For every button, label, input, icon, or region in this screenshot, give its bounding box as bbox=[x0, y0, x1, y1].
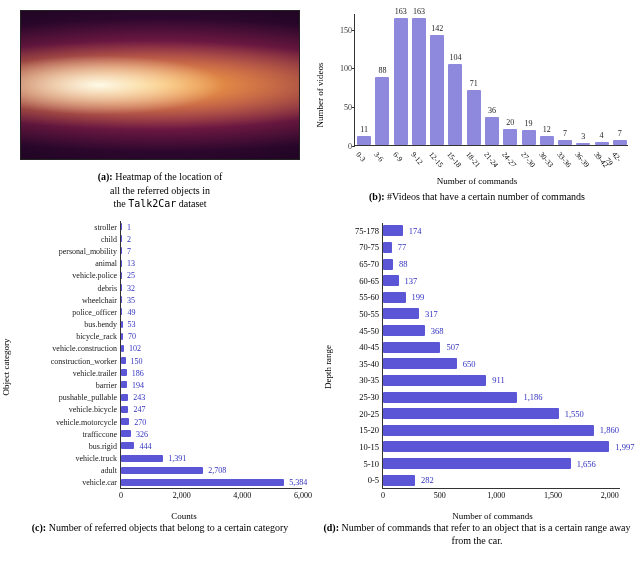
chart-c-bar bbox=[121, 467, 203, 474]
caption-b-text: #Videos that have a certain number of co… bbox=[387, 191, 585, 202]
chart-b-value: 36 bbox=[488, 106, 496, 115]
chart-b-category: 27-30 bbox=[519, 150, 537, 169]
chart-d-category: 25-30 bbox=[359, 392, 383, 402]
chart-b-bar bbox=[522, 130, 536, 145]
chart-c-category: pushable_pullable bbox=[59, 393, 121, 402]
chart-b-value: 7 bbox=[618, 129, 622, 138]
chart-c-value: 25 bbox=[124, 271, 135, 280]
caption-d-text: Number of commands that refer to an obje… bbox=[342, 522, 631, 547]
chart-d-category: 30-35 bbox=[359, 375, 383, 385]
chart-d-bar bbox=[383, 308, 419, 319]
chart-c-bar bbox=[121, 345, 124, 352]
chart-c-value: 102 bbox=[126, 344, 141, 353]
chart-c-bar bbox=[121, 442, 134, 449]
chart-d-category: 20-25 bbox=[359, 409, 383, 419]
chart-b-bar bbox=[412, 18, 426, 145]
chart-b-bar bbox=[467, 90, 481, 145]
chart-b-bar bbox=[576, 143, 590, 145]
chart-c-category: vehicle.police bbox=[72, 271, 121, 280]
chart-c-category: barrier bbox=[96, 380, 121, 389]
chart-b-value: 4 bbox=[600, 131, 604, 140]
chart-b-category: 3-6 bbox=[372, 150, 385, 163]
chart-b-category: 12-15 bbox=[427, 150, 445, 169]
chart-c-bar bbox=[121, 394, 128, 401]
chart-b-value: 104 bbox=[449, 53, 461, 62]
chart-c-bar bbox=[121, 223, 122, 230]
chart-d-category: 10-15 bbox=[359, 442, 383, 452]
chart-d-xtick: 0 bbox=[381, 488, 385, 500]
chart-c-value: 186 bbox=[129, 368, 144, 377]
panel-c: Object category 02,0004,0006,000stroller… bbox=[8, 217, 312, 548]
chart-c-bar bbox=[121, 369, 127, 376]
chart-d-value: 507 bbox=[442, 342, 459, 352]
caption-a-l3b: dataset bbox=[179, 198, 207, 209]
chart-c-value: 194 bbox=[129, 380, 144, 389]
chart-c-bar bbox=[121, 455, 163, 462]
caption-b-label: (b): bbox=[369, 191, 385, 202]
chart-b-category: 24-27 bbox=[500, 150, 518, 169]
chart-c: Object category 02,0004,0006,000stroller… bbox=[10, 217, 310, 517]
chart-d-value: 1,186 bbox=[519, 392, 542, 402]
caption-b: (b): #Videos that have a certain number … bbox=[369, 190, 585, 204]
chart-d-category: 65-70 bbox=[359, 259, 383, 269]
chart-c-value: 2,708 bbox=[205, 466, 226, 475]
chart-c-bar bbox=[121, 418, 129, 425]
chart-d-bar bbox=[383, 259, 393, 270]
chart-c-bar bbox=[121, 381, 127, 388]
chart-c-xtick: 6,000 bbox=[294, 488, 312, 500]
chart-c-category: vehicle.construction bbox=[52, 344, 121, 353]
chart-c-bar bbox=[121, 430, 131, 437]
chart-c-bar bbox=[121, 333, 123, 340]
panel-d: Depth range 05001,0001,5002,00075-178174… bbox=[322, 217, 632, 548]
chart-c-bar bbox=[121, 357, 126, 364]
chart-b-value: 142 bbox=[431, 24, 443, 33]
chart-c-category: adult bbox=[101, 466, 121, 475]
chart-d-category: 75-178 bbox=[355, 226, 383, 236]
chart-d-value: 650 bbox=[459, 359, 476, 369]
chart-d-value: 1,860 bbox=[596, 425, 619, 435]
chart-d-bar bbox=[383, 458, 571, 469]
chart-d-bar bbox=[383, 408, 559, 419]
panel-b: Number of videos 050100150110-3883-61636… bbox=[322, 10, 632, 211]
chart-d-bar bbox=[383, 342, 440, 353]
chart-c-value: 444 bbox=[136, 441, 151, 450]
chart-c-value: 49 bbox=[124, 307, 135, 316]
chart-d-value: 88 bbox=[395, 259, 408, 269]
chart-b-value: 20 bbox=[506, 118, 514, 127]
chart-b-value: 163 bbox=[413, 7, 425, 16]
caption-c-text: Number of referred objects that belong t… bbox=[49, 522, 289, 533]
chart-c-category: animal bbox=[95, 259, 121, 268]
chart-c-category: stroller bbox=[94, 222, 121, 231]
chart-d-plot: 05001,0001,5002,00075-17817470-757765-70… bbox=[382, 223, 620, 489]
chart-b-bar bbox=[595, 142, 609, 145]
chart-b-value: 7 bbox=[563, 129, 567, 138]
chart-c-category: bus.bendy bbox=[84, 320, 121, 329]
chart-b-bar bbox=[503, 129, 517, 145]
chart-b-category: 15-18 bbox=[446, 150, 464, 169]
chart-b-bar bbox=[375, 77, 389, 145]
chart-d-value: 1,656 bbox=[573, 459, 596, 469]
chart-c-category: vehicle.motorcycle bbox=[56, 417, 121, 426]
chart-d-value: 77 bbox=[394, 242, 407, 252]
chart-c-bar bbox=[121, 296, 122, 303]
chart-d-bar bbox=[383, 275, 399, 286]
chart-c-xtick: 0 bbox=[119, 488, 123, 500]
caption-a: (a): Heatmap of the location of all the … bbox=[98, 170, 223, 211]
chart-c-value: 1,391 bbox=[165, 454, 186, 463]
chart-c-category: child bbox=[101, 234, 121, 243]
chart-b-plot: 050100150110-3883-61636-91639-1214212-15… bbox=[354, 14, 628, 146]
chart-c-category: vehicle.truck bbox=[75, 454, 121, 463]
caption-c-label: (c): bbox=[32, 522, 46, 533]
chart-c-xtick: 2,000 bbox=[173, 488, 191, 500]
chart-c-bar bbox=[121, 321, 123, 328]
chart-d-ylabel: Depth range bbox=[323, 344, 333, 388]
chart-b-category: 9-12 bbox=[409, 150, 425, 166]
chart-d-bar bbox=[383, 358, 457, 369]
chart-d-bar bbox=[383, 225, 403, 236]
chart-d-category: 45-50 bbox=[359, 326, 383, 336]
chart-c-category: bus.rigid bbox=[89, 441, 121, 450]
chart-c-value: 5,384 bbox=[286, 478, 307, 487]
chart-b-category: 30-33 bbox=[537, 150, 555, 169]
chart-c-category: vehicle.car bbox=[82, 478, 121, 487]
chart-b-category: 0-3 bbox=[354, 150, 367, 163]
